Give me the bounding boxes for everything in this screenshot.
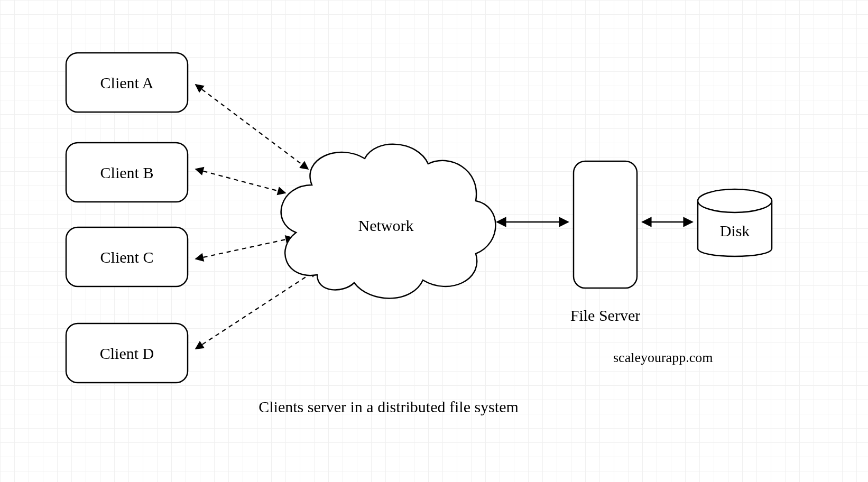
file-server-node <box>574 161 637 288</box>
client-d-label: Client D <box>100 345 154 362</box>
caption-text: Clients server in a distributed file sys… <box>258 398 519 415</box>
disk-node: Disk <box>698 189 772 256</box>
network-label: Network <box>358 217 414 234</box>
connector-client-d <box>196 270 317 349</box>
client-a-node: Client A <box>66 53 188 112</box>
client-a-label: Client A <box>100 74 154 91</box>
client-b-node: Client B <box>66 143 188 202</box>
client-c-node: Client C <box>66 227 188 286</box>
svg-rect-4 <box>574 161 637 288</box>
network-cloud: Network <box>281 144 496 299</box>
svg-point-5 <box>698 189 772 212</box>
watermark-text: scaleyourapp.com <box>613 350 713 365</box>
client-c-label: Client C <box>100 248 154 266</box>
disk-label: Disk <box>720 222 750 239</box>
file-server-label: File Server <box>570 307 640 324</box>
client-d-node: Client D <box>66 323 188 383</box>
diagram-canvas: Client A Client B Client C Client D Netw… <box>0 0 868 482</box>
connector-client-c <box>196 238 293 259</box>
connector-client-a <box>196 85 308 169</box>
client-b-label: Client B <box>100 164 154 181</box>
connector-client-b <box>196 169 285 193</box>
